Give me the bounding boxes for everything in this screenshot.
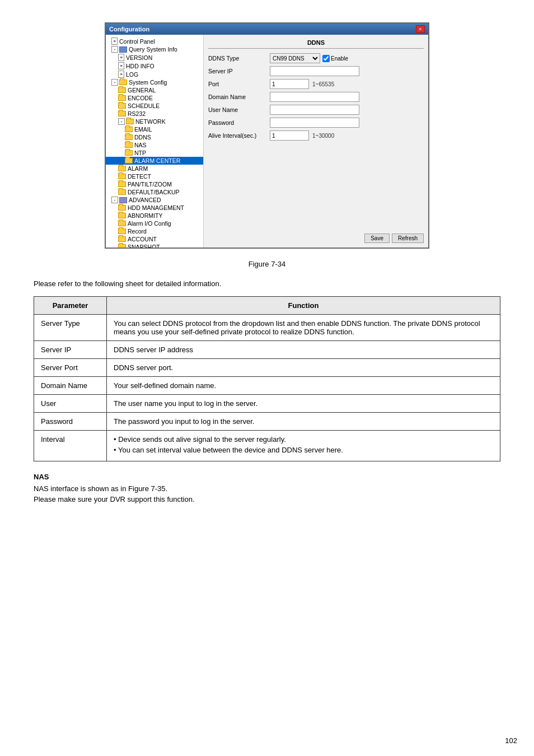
table-cell-param: Server IP	[34, 341, 107, 359]
ddns-type-row: DDNS Type CN99 DDNS NO-IP DDNS Private D…	[208, 53, 424, 63]
sidebar-item-log[interactable]: ≡ LOG	[106, 70, 203, 78]
folder-icon	[118, 189, 126, 195]
save-button[interactable]: Save	[364, 234, 390, 243]
enable-checkbox[interactable]	[322, 55, 330, 62]
sidebar-item-nas[interactable]: NAS	[106, 141, 203, 149]
table-cell-function: Your self-defined domain name.	[107, 377, 500, 395]
nas-line1: NAS interface is shown as in Figure 7-35…	[34, 484, 500, 493]
folder-icon	[125, 158, 133, 164]
password-input[interactable]	[270, 118, 359, 128]
table-cell-function: DDNS server port.	[107, 359, 500, 377]
folder-icon	[119, 80, 127, 85]
sidebar-item-alarm-center[interactable]: ALARM CENTER	[106, 157, 203, 165]
password-row: Password	[208, 118, 424, 128]
expander-icon[interactable]: -	[118, 118, 125, 125]
sidebar-label: SNAPSHOT	[128, 244, 160, 248]
advanced-icon	[119, 197, 127, 203]
table-cell-function: The password you input to log in the ser…	[107, 413, 500, 431]
sidebar-item-alarm[interactable]: ALARM	[106, 165, 203, 172]
folder-icon	[118, 95, 126, 101]
sidebar-label: DETECT	[128, 173, 151, 180]
ddns-type-label: DDNS Type	[208, 55, 270, 62]
table-header-parameter: Parameter	[34, 297, 107, 315]
enable-label: Enable	[331, 55, 348, 62]
folder-icon	[118, 181, 126, 187]
sidebar-item-record[interactable]: Record	[106, 227, 203, 235]
close-button[interactable]: ×	[416, 25, 425, 33]
sidebar-item-version[interactable]: ≡ VERSION	[106, 53, 203, 62]
sidebar-item-hdd-info[interactable]: ≡ HDD INFO	[106, 62, 203, 70]
table-header-function: Function	[107, 297, 500, 315]
table-cell-function: DDNS server IP address	[107, 341, 500, 359]
sidebar-item-system-config[interactable]: - System Config	[106, 78, 203, 86]
sidebar-item-rs232[interactable]: RS232	[106, 110, 203, 118]
ddns-type-select[interactable]: CN99 DDNS NO-IP DDNS Private DDNS	[270, 53, 320, 63]
table-cell-function: Device sends out alive signal to the ser…	[107, 431, 500, 461]
refresh-button[interactable]: Refresh	[392, 234, 424, 243]
sidebar-item-default-backup[interactable]: DEFAULT/BACKUP	[106, 188, 203, 196]
sidebar-label: ENCODE	[128, 95, 153, 101]
sidebar-item-pan-tilt-zoom[interactable]: PAN/TILT/ZOOM	[106, 180, 203, 188]
sidebar-item-detect[interactable]: DETECT	[106, 172, 203, 180]
server-ip-row: Server IP	[208, 66, 424, 76]
folder-icon	[125, 134, 133, 140]
monitor-icon	[119, 46, 127, 53]
config-main: DDNS DDNS Type CN99 DDNS NO-IP DDNS Priv…	[204, 35, 428, 248]
sidebar-label: VERSION	[126, 54, 152, 61]
sidebar-item-encode[interactable]: ENCODE	[106, 94, 203, 102]
sidebar-label: HDD MANAGEMENT	[128, 204, 184, 211]
sidebar-item-ntp[interactable]: NTP	[106, 149, 203, 157]
table-row: Server Type You can select DDNS protocol…	[34, 315, 500, 341]
info-table: Parameter Function Server Type You can s…	[34, 296, 500, 461]
expander-icon[interactable]: -	[111, 46, 118, 53]
expander-icon[interactable]: -	[111, 79, 118, 86]
table-cell-param: User	[34, 395, 107, 413]
sidebar-item-account[interactable]: ACCOUNT	[106, 235, 203, 243]
sidebar-item-snapshot[interactable]: SNAPSHOT	[106, 243, 203, 248]
sidebar-item-general[interactable]: GENERAL	[106, 86, 203, 94]
sidebar-label: NAS	[134, 142, 147, 148]
port-input[interactable]	[270, 79, 309, 89]
folder-icon	[118, 236, 126, 242]
sidebar-label: GENERAL	[128, 87, 156, 94]
sidebar-label: NTP	[134, 150, 146, 156]
page-icon: ≡	[118, 62, 124, 69]
config-body: ≡ Control Panel - Query System Info ≡ VE…	[106, 35, 428, 248]
port-range: 1~65535	[312, 81, 334, 87]
folder-icon	[118, 213, 126, 218]
sidebar-item-email[interactable]: EMAIL	[106, 125, 203, 133]
nas-section: NAS NAS interface is shown as in Figure …	[34, 473, 500, 503]
sidebar-item-hdd-management[interactable]: HDD MANAGEMENT	[106, 204, 203, 212]
user-input[interactable]	[270, 105, 359, 115]
table-row: Password The password you input to log i…	[34, 413, 500, 431]
page-icon: ≡	[118, 71, 124, 78]
folder-icon	[118, 221, 126, 226]
sidebar-item-alarm-io-config[interactable]: Alarm I/O Config	[106, 220, 203, 227]
sidebar-item-abnormity[interactable]: ABNORMITY	[106, 212, 203, 220]
config-titlebar: Configuration ×	[106, 24, 428, 35]
table-cell-param: Password	[34, 413, 107, 431]
domain-input[interactable]	[270, 92, 359, 102]
config-title: Configuration	[109, 26, 149, 32]
alive-row: Alive Interval(sec.) 1~30000	[208, 130, 424, 141]
sidebar-item-query-system-info[interactable]: - Query System Info	[106, 45, 203, 53]
folder-icon	[125, 127, 133, 132]
expander-icon[interactable]: -	[111, 197, 118, 203]
enable-check: Enable	[322, 55, 348, 62]
sidebar-item-advanced[interactable]: - ADVANCED	[106, 196, 203, 204]
sidebar-item-schedule[interactable]: SCHEDULE	[106, 102, 203, 110]
sidebar-item-ddns[interactable]: DDNS	[106, 133, 203, 141]
server-ip-input[interactable]	[270, 66, 359, 76]
sidebar-item-control-panel[interactable]: ≡ Control Panel	[106, 37, 203, 45]
sidebar-label: System Config	[129, 79, 167, 86]
alive-input[interactable]	[270, 130, 309, 141]
ddns-section-title: DDNS	[208, 39, 424, 49]
sidebar-item-network[interactable]: - NETWORK	[106, 118, 203, 125]
sidebar-label: EMAIL	[134, 126, 152, 133]
folder-icon	[118, 111, 126, 116]
table-cell-param: Server Port	[34, 359, 107, 377]
port-label: Port	[208, 81, 270, 87]
folder-icon	[118, 228, 126, 234]
domain-row: Domain Name	[208, 92, 424, 102]
config-sidebar: ≡ Control Panel - Query System Info ≡ VE…	[106, 35, 204, 248]
